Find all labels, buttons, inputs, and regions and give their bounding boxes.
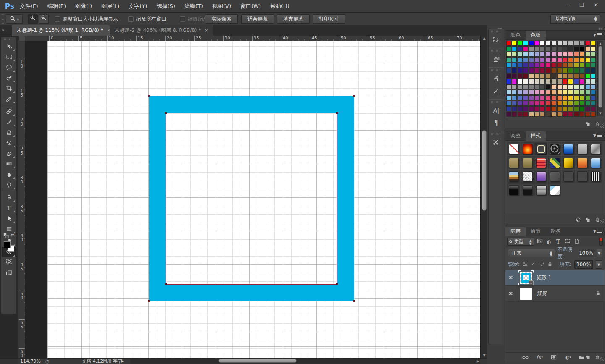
workspace-switcher[interactable]: 基本功能 ▲▼ xyxy=(550,14,600,24)
color-swatch[interactable] xyxy=(512,68,517,73)
vertical-scroll-thumb[interactable] xyxy=(482,130,487,211)
layer-visibility-well[interactable] xyxy=(505,286,516,302)
styles-tab-调整[interactable]: 调整 xyxy=(505,131,526,141)
menu-item-7[interactable]: 视图(V) xyxy=(208,0,236,12)
color-swatch[interactable] xyxy=(546,84,551,89)
history-brush-tool[interactable] xyxy=(2,138,16,148)
rectangle-frame-shape[interactable] xyxy=(149,96,354,301)
color-swatch[interactable] xyxy=(579,112,584,117)
color-swatch[interactable] xyxy=(563,63,568,68)
color-swatch[interactable] xyxy=(551,90,556,95)
color-swatch[interactable] xyxy=(557,52,562,57)
restore-button[interactable]: ❐ xyxy=(576,2,587,9)
color-swatch[interactable] xyxy=(540,90,545,95)
color-swatch[interactable] xyxy=(506,68,511,73)
color-swatch[interactable] xyxy=(512,73,517,79)
swatches-tab-色板[interactable]: 色板 xyxy=(526,31,546,40)
color-swatch[interactable] xyxy=(585,106,590,111)
paragraph-panel-icon[interactable]: ¶ xyxy=(489,117,504,129)
panel-resize-grip[interactable] xyxy=(600,219,604,223)
color-swatch[interactable] xyxy=(529,79,534,84)
color-swatch[interactable] xyxy=(534,68,539,73)
path-anchor-outer[interactable] xyxy=(353,300,355,302)
color-swatch[interactable] xyxy=(579,95,584,100)
canvas-document[interactable] xyxy=(47,41,480,358)
color-swatch[interactable] xyxy=(585,46,590,51)
color-swatch[interactable] xyxy=(574,84,579,89)
path-anchor-outer[interactable] xyxy=(353,95,355,97)
color-swatch[interactable] xyxy=(540,84,545,89)
color-swatch[interactable] xyxy=(506,63,511,68)
color-swatch[interactable] xyxy=(512,79,517,84)
filter-shape-layers-icon[interactable] xyxy=(564,238,571,245)
vertical-ruler[interactable]: 1015202530354045505560 xyxy=(18,41,25,358)
menu-item-8[interactable]: 窗口(W) xyxy=(236,0,266,12)
color-swatch[interactable] xyxy=(529,73,534,79)
path-anchor-inner[interactable] xyxy=(165,112,167,114)
color-swatch[interactable] xyxy=(557,90,562,95)
color-swatch[interactable] xyxy=(568,79,573,84)
horizontal-scrollbar[interactable]: ▶ xyxy=(130,359,480,364)
style-flat-dark-2[interactable] xyxy=(577,171,587,181)
color-swatch[interactable] xyxy=(585,79,590,84)
color-swatch[interactable] xyxy=(518,84,523,89)
color-swatch[interactable] xyxy=(540,95,545,100)
color-swatch[interactable] xyxy=(563,101,568,106)
panel-resize-grip[interactable] xyxy=(600,357,604,361)
color-swatch[interactable] xyxy=(523,112,528,117)
new-style-icon[interactable] xyxy=(584,216,592,223)
path-anchor-outer[interactable] xyxy=(148,300,150,302)
color-swatch[interactable] xyxy=(557,95,562,100)
color-swatch[interactable] xyxy=(529,57,534,62)
color-swatch[interactable] xyxy=(506,84,511,89)
color-swatch[interactable] xyxy=(546,79,551,84)
color-swatch[interactable] xyxy=(551,106,556,111)
color-swatch[interactable] xyxy=(506,52,511,57)
layer-row-0[interactable]: ▫矩形 1 xyxy=(505,270,605,286)
color-swatch[interactable] xyxy=(523,73,528,79)
path-selection-tool[interactable] xyxy=(2,213,16,224)
color-swatch[interactable] xyxy=(546,101,551,106)
horizontal-ruler[interactable]: 0510152025303540455055606570 xyxy=(25,36,480,41)
color-swatch[interactable] xyxy=(540,79,545,84)
style-white-noise[interactable] xyxy=(523,171,533,181)
color-swatch[interactable] xyxy=(568,106,573,111)
color-swatch[interactable] xyxy=(574,63,579,68)
path-anchor-inner[interactable] xyxy=(165,283,167,285)
layer-row-1[interactable]: 背景 xyxy=(505,286,605,302)
color-swatch[interactable] xyxy=(512,52,517,57)
zoom-out-button[interactable] xyxy=(39,14,49,24)
tab-close-icon[interactable]: × xyxy=(205,25,208,36)
color-swatch[interactable] xyxy=(563,90,568,95)
color-swatch[interactable] xyxy=(546,90,551,95)
color-swatch[interactable] xyxy=(551,41,556,46)
option-checkbox-1[interactable]: 缩放所有窗口 xyxy=(128,16,166,22)
color-swatch[interactable] xyxy=(563,57,568,62)
color-swatch[interactable] xyxy=(512,46,517,51)
strip-grip[interactable] xyxy=(491,69,501,71)
color-swatch[interactable] xyxy=(523,84,528,89)
style-yellow-gem[interactable] xyxy=(563,158,573,168)
color-swatch[interactable] xyxy=(518,57,523,62)
color-swatch[interactable] xyxy=(585,90,590,95)
style-purple-gloss[interactable] xyxy=(536,171,546,181)
quick-selection-tool[interactable] xyxy=(2,73,16,83)
color-swatch[interactable] xyxy=(591,106,596,111)
eyedropper-tool[interactable] xyxy=(2,94,16,104)
color-swatch[interactable] xyxy=(534,41,539,46)
color-swatch[interactable] xyxy=(529,106,534,111)
color-swatch[interactable] xyxy=(585,112,590,117)
color-swatch[interactable] xyxy=(546,46,551,51)
menu-item-0[interactable]: 文件(F) xyxy=(15,0,43,12)
color-swatch[interactable] xyxy=(557,106,562,111)
color-swatch[interactable] xyxy=(591,63,596,68)
color-swatch[interactable] xyxy=(563,112,568,117)
options-button-0[interactable]: 实际像素 xyxy=(205,14,238,24)
color-swatch[interactable] xyxy=(512,95,517,100)
color-swatch[interactable] xyxy=(579,79,584,84)
color-swatch[interactable] xyxy=(557,101,562,106)
style-black-v-1[interactable] xyxy=(509,185,519,195)
color-swatch[interactable] xyxy=(529,46,534,51)
rectangular-marquee-tool[interactable] xyxy=(2,52,16,62)
color-swatch[interactable] xyxy=(551,68,556,73)
